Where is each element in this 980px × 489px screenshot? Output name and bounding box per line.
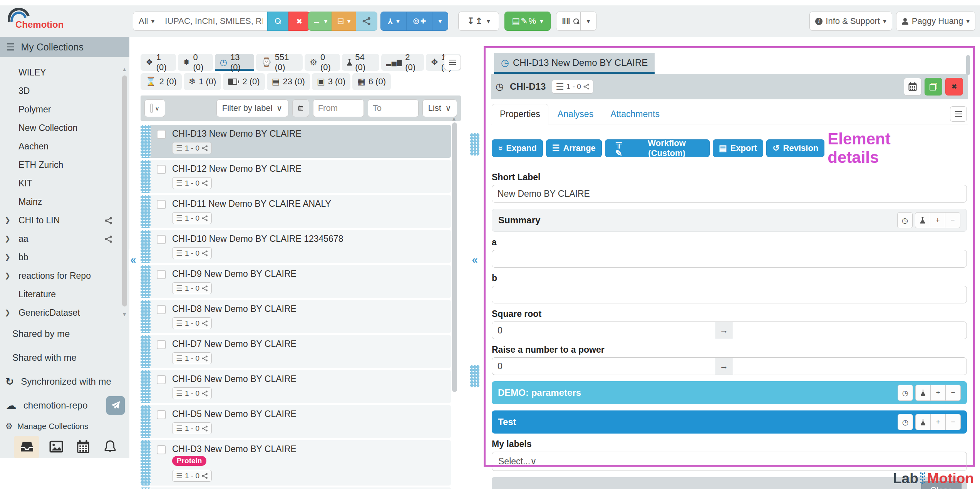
share-button[interactable] (356, 12, 377, 31)
history-button[interactable] (897, 212, 913, 228)
item-checkbox[interactable] (157, 235, 166, 244)
bell-icon[interactable] (103, 440, 117, 454)
sidebar-collection-item[interactable]: ETH Zurich (0, 156, 129, 174)
date-info-button[interactable] (904, 78, 921, 95)
import-export-dropdown[interactable] (458, 12, 499, 31)
history-button[interactable] (898, 385, 913, 401)
analyses-badge[interactable]: 1 - 0 (172, 212, 212, 224)
element-type-tab[interactable]: 23 (0) (267, 73, 310, 90)
sidebar-link[interactable]: Manage Collections (0, 417, 129, 435)
filter-by-label-dropdown[interactable]: Filter by label (216, 99, 288, 117)
short-label-input[interactable] (492, 185, 967, 203)
calculate-button[interactable] (715, 357, 733, 375)
sidebar-collection-item[interactable]: GenericDataset (0, 303, 129, 322)
flask-button[interactable] (915, 414, 931, 430)
sidebar-collection-item[interactable]: New Collection (0, 119, 129, 137)
sidebar-collapse-button[interactable] (129, 248, 138, 271)
panel-drag-handle[interactable] (470, 365, 479, 387)
action-button[interactable]: Arrange (546, 139, 602, 157)
item-checkbox[interactable] (157, 130, 166, 139)
drag-handle[interactable] (141, 440, 151, 486)
search-scope-dropdown[interactable]: All (133, 12, 160, 31)
detail-tab[interactable]: Attachments (603, 104, 667, 124)
chevron-right-icon[interactable] (5, 216, 10, 224)
list-item[interactable]: CHI-D12 New Demo BY CLAIRE 1 - 0 (141, 160, 451, 193)
drag-handle[interactable] (141, 160, 151, 193)
detail-tab[interactable]: Properties (492, 104, 548, 124)
sidebar-collection-item[interactable]: bb (0, 248, 129, 266)
element-type-tab[interactable]: 0 (0) (305, 54, 340, 71)
inbox-icon[interactable] (20, 440, 34, 454)
date-to-input[interactable] (368, 99, 419, 117)
detail-scrollbar[interactable] (966, 55, 970, 75)
add-row-button[interactable]: + (930, 212, 945, 228)
list-item[interactable]: CHI-D7 New Demo BY CLAIRE 1 - 0 (141, 335, 451, 368)
item-checkbox[interactable] (157, 445, 166, 454)
scroll-up-arrow[interactable]: ▲ (122, 66, 127, 72)
item-checkbox[interactable] (157, 375, 166, 384)
analyses-badge[interactable]: 1 - 0 (172, 282, 212, 294)
analyses-badge[interactable]: 1 - 0 (172, 142, 212, 154)
sidebar-header[interactable]: My Collections (0, 37, 129, 57)
image-icon[interactable] (49, 440, 63, 454)
element-type-tab[interactable]: 6 (0) (352, 73, 391, 90)
select-all-dropdown[interactable] (144, 99, 165, 117)
split-element-dropdown[interactable] (380, 12, 407, 31)
list-item[interactable]: CHI-D13 New Demo BY CLAIRE 1 - 0 (141, 125, 451, 158)
item-checkbox[interactable] (157, 410, 166, 419)
sidebar-link[interactable]: chemotion-repo (0, 394, 129, 417)
list-item[interactable]: CHI-D10 New Demo BY CLAIRE 12345678 1 - … (141, 230, 451, 263)
element-type-tab[interactable]: 1 (0) (141, 54, 176, 71)
item-checkbox[interactable] (157, 270, 166, 279)
power-input[interactable] (492, 357, 715, 375)
history-button[interactable] (898, 414, 913, 430)
create-element-dropdown[interactable] (432, 12, 448, 31)
remove-row-button[interactable]: − (945, 385, 961, 401)
publish-button[interactable] (106, 396, 125, 415)
summary-section-header[interactable]: Summary + − (492, 209, 967, 232)
list-scrollbar[interactable] (452, 122, 457, 392)
list-item[interactable]: CHI-D5 New Demo BY CLAIRE 1 - 0 (141, 405, 451, 438)
sidebar-collection-item[interactable]: Literature (0, 285, 129, 303)
sidebar-link[interactable]: Synchronized with me (0, 370, 129, 394)
analyses-badge[interactable]: 1 - 0 (172, 177, 212, 189)
drag-handle[interactable] (141, 335, 151, 368)
search-input[interactable] (160, 12, 268, 31)
item-checkbox[interactable] (157, 305, 166, 314)
brand-logo[interactable]: Chemotion (7, 6, 92, 36)
analyses-badge[interactable]: 1 - 0 (172, 352, 212, 364)
calculate-button[interactable] (715, 322, 733, 339)
add-row-button[interactable]: + (930, 414, 946, 430)
element-type-tab[interactable]: 0 (0) (178, 54, 213, 71)
detail-tab[interactable]: Analyses (550, 104, 601, 124)
analyses-badge[interactable]: 1 - 0 (172, 387, 212, 399)
action-button[interactable]: Export (713, 139, 763, 157)
element-type-tab[interactable]: 2 (0) (223, 73, 265, 90)
remove-row-button[interactable]: − (945, 212, 960, 228)
date-from-input[interactable] (313, 99, 364, 117)
view-mode-dropdown[interactable]: List (422, 99, 457, 117)
drag-handle[interactable] (141, 265, 151, 298)
flask-button[interactable] (915, 385, 931, 401)
scroll-down-arrow[interactable]: ▼ (122, 311, 127, 317)
item-checkbox[interactable] (157, 165, 166, 174)
chevron-right-icon[interactable] (5, 308, 10, 317)
remove-row-button[interactable]: − (945, 414, 961, 430)
element-detail-tab[interactable]: CHI-D13 New Demo BY CLAIRE (494, 53, 655, 74)
scan-dropdown[interactable] (580, 12, 596, 31)
element-type-tab[interactable]: 13 (0) (215, 54, 255, 71)
add-row-button[interactable]: + (930, 385, 946, 401)
square-root-input[interactable] (492, 322, 715, 339)
sidebar-scrollbar[interactable] (122, 75, 127, 306)
analyses-badge[interactable]: 1 - 0 (172, 470, 212, 482)
move-elements-button[interactable] (308, 12, 332, 31)
field-a-input[interactable] (492, 250, 967, 268)
element-type-tab[interactable]: 1 (0) (184, 73, 221, 90)
list-collapse-button[interactable] (470, 248, 479, 271)
list-item[interactable]: CHI-D3 New Demo BY CLAIRE Protein 1 - 0 (141, 440, 451, 486)
item-checkbox[interactable] (157, 200, 166, 209)
sidebar-collection-item[interactable]: reactions for Repo (0, 266, 129, 285)
drag-handle[interactable] (141, 370, 151, 403)
my-labels-select[interactable]: Select... (492, 452, 967, 471)
sidebar-collection-item[interactable]: 3D (0, 82, 129, 100)
